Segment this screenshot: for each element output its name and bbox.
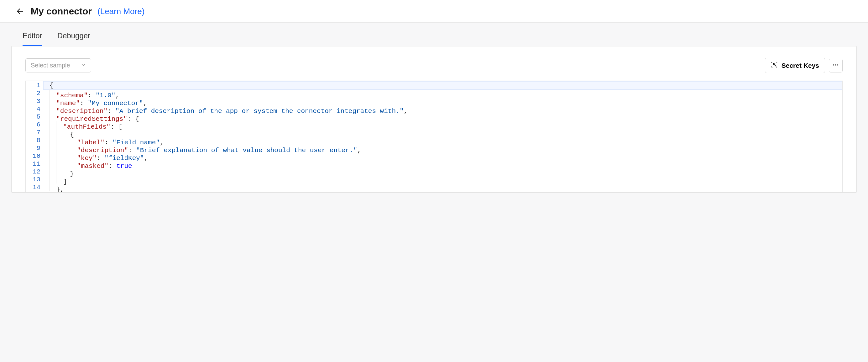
select-sample-placeholder: Select sample [31, 62, 70, 69]
line-number: 8 [33, 136, 40, 144]
line-number: 6 [33, 121, 40, 129]
indent-guide [56, 152, 63, 160]
tab-editor[interactable]: Editor [23, 31, 42, 46]
indent-guide [49, 105, 56, 113]
learn-more-link[interactable]: (Learn More) [97, 7, 145, 16]
code-line[interactable]: "authFields": [ [43, 121, 842, 129]
code-line[interactable]: "schema": "1.0", [43, 89, 842, 97]
indent-guide [63, 136, 70, 144]
header-bar: My connector (Learn More) [0, 0, 868, 23]
line-number: 1 [33, 82, 40, 89]
line-number: 2 [33, 89, 40, 97]
secret-keys-label: Secret Keys [781, 62, 819, 69]
indent-guide [70, 136, 77, 144]
code-line[interactable]: { [43, 82, 842, 89]
code-line[interactable]: "description": "A brief description of t… [43, 105, 842, 113]
indent-guide [63, 152, 70, 160]
code-line[interactable]: "key": "fieldKey", [43, 152, 842, 160]
code-content[interactable]: {"schema": "1.0","name": "My connector",… [43, 81, 842, 192]
select-sample-dropdown[interactable]: Select sample [25, 58, 91, 73]
indent-guide [49, 89, 56, 97]
code-editor[interactable]: 1234567891011121314 {"schema": "1.0","na… [25, 81, 843, 192]
code-line[interactable]: "masked": true [43, 160, 842, 168]
indent-guide [56, 121, 63, 129]
tabs-bar: Editor Debugger [11, 23, 857, 46]
code-token-brace: } [56, 186, 60, 192]
line-number: 10 [33, 152, 40, 160]
indent-guide [56, 168, 63, 176]
line-number: 13 [33, 176, 40, 184]
code-line[interactable]: }, [43, 184, 842, 191]
editor-toolbar: Select sample [25, 58, 843, 73]
code-line[interactable]: } [43, 168, 842, 176]
editor-panel: Select sample [11, 46, 857, 193]
line-number: 5 [33, 113, 40, 121]
line-number: 7 [33, 129, 40, 136]
secret-keys-button[interactable]: Secret Keys [765, 58, 825, 73]
code-line[interactable]: "requiredSettings": { [43, 113, 842, 121]
indent-guide [49, 160, 56, 168]
svg-point-2 [833, 64, 834, 65]
line-number: 4 [33, 105, 40, 113]
indent-guide [49, 97, 56, 105]
indent-guide [49, 152, 56, 160]
code-token-punc: , [60, 186, 64, 192]
indent-guide [49, 176, 56, 184]
indent-guide [70, 160, 77, 168]
indent-guide [49, 136, 56, 144]
code-line[interactable]: "description": "Brief explanation of wha… [43, 144, 842, 152]
line-number: 12 [33, 168, 40, 176]
line-number: 14 [33, 184, 40, 191]
indent-guide [56, 129, 63, 136]
indent-guide [56, 136, 63, 144]
indent-guide [63, 129, 70, 136]
indent-guide [56, 160, 63, 168]
more-horizontal-icon [832, 61, 839, 69]
indent-guide [56, 176, 63, 184]
indent-guide [49, 121, 56, 129]
line-number-gutter: 1234567891011121314 [26, 81, 43, 192]
more-button[interactable] [829, 59, 843, 73]
chevron-down-icon [81, 62, 86, 69]
indent-guide [56, 144, 63, 152]
code-line[interactable]: "label": "Field name", [43, 136, 842, 144]
indent-guide [49, 144, 56, 152]
back-button[interactable] [15, 6, 25, 16]
indent-guide [49, 184, 56, 191]
indent-guide [49, 113, 56, 121]
code-line[interactable]: ] [43, 176, 842, 184]
code-token-brace: { [49, 82, 53, 89]
indent-guide [63, 144, 70, 152]
svg-point-3 [835, 64, 836, 65]
line-number: 11 [33, 160, 40, 168]
svg-point-4 [837, 64, 839, 65]
secret-keys-icon [771, 61, 778, 69]
indent-guide [49, 168, 56, 176]
tab-debugger[interactable]: Debugger [57, 31, 90, 46]
line-number: 3 [33, 97, 40, 105]
indent-guide [70, 144, 77, 152]
line-number: 9 [33, 144, 40, 152]
indent-guide [49, 129, 56, 136]
arrow-left-icon [16, 7, 24, 16]
code-line[interactable]: "name": "My connector", [43, 97, 842, 105]
code-line[interactable]: { [43, 129, 842, 136]
page-title: My connector [31, 6, 92, 17]
indent-guide [63, 160, 70, 168]
indent-guide [63, 168, 70, 176]
indent-guide [70, 152, 77, 160]
